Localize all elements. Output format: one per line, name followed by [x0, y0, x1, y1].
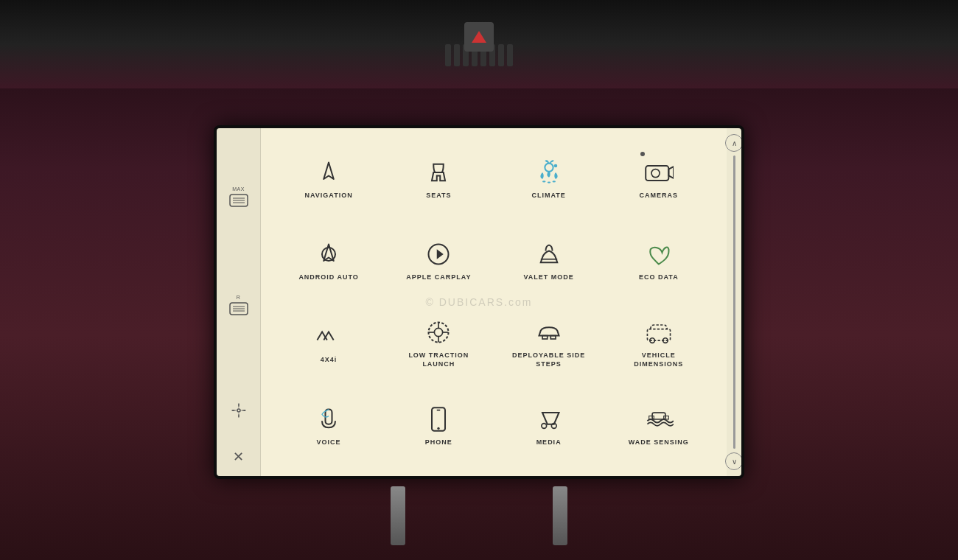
- seats-icon: [425, 158, 452, 187]
- wade-sensing-icon: [644, 405, 674, 434]
- fan-icon: [228, 403, 249, 418]
- menu-item-navigation[interactable]: NAVIGATION: [276, 139, 382, 218]
- navigation-icon: [315, 158, 342, 187]
- menu-item-low-traction[interactable]: LOW TRACTION LAUNCH: [385, 304, 492, 383]
- menu-item-voice[interactable]: VOICE: [276, 386, 382, 465]
- svg-rect-30: [550, 336, 556, 340]
- phone-icon: [428, 405, 449, 434]
- svg-point-14: [553, 164, 557, 167]
- svg-point-13: [552, 181, 556, 182]
- menu-item-wade-sensing[interactable]: WADE SENSING: [606, 386, 712, 465]
- cameras-icon: [644, 158, 674, 187]
- menu-item-cameras[interactable]: CAMERAS: [606, 139, 712, 218]
- svg-rect-15: [646, 166, 668, 181]
- top-vent-area: [0, 0, 958, 88]
- apple-carplay-label: APPLE CARPLAY: [406, 273, 471, 282]
- main-menu-grid: NAVIGATION SEATS: [261, 128, 727, 476]
- climate-label: CLIMATE: [531, 192, 565, 200]
- svg-point-37: [542, 423, 547, 428]
- hazard-icon: [472, 31, 486, 43]
- apple-carplay-icon: [425, 239, 452, 269]
- infotainment-screen: MAX R: [217, 128, 741, 476]
- cameras-label: CAMERAS: [640, 192, 679, 200]
- vehicle-dimensions-label: VEHICLE DIMENSIONS: [634, 351, 683, 368]
- scroll-track: [733, 155, 735, 449]
- svg-point-10: [545, 163, 553, 171]
- media-icon: [536, 405, 562, 434]
- media-label: MEDIA: [536, 438, 562, 447]
- sidebar-item-max-heat[interactable]: MAX: [228, 186, 249, 208]
- svg-point-17: [651, 169, 660, 177]
- bottom-mounts: [391, 486, 567, 545]
- close-button[interactable]: ✕: [233, 449, 244, 465]
- svg-point-11: [542, 181, 546, 182]
- scrollbar: ∧ ∨: [727, 128, 741, 476]
- eco-data-icon: [646, 239, 672, 269]
- android-auto-label: ANDROID AUTO: [298, 273, 359, 282]
- 4x4i-label: 4X4i: [321, 356, 338, 365]
- svg-point-12: [547, 181, 550, 183]
- low-traction-label: LOW TRACTION LAUNCH: [408, 351, 469, 368]
- svg-rect-29: [542, 336, 548, 340]
- voice-icon: [315, 405, 342, 434]
- valet-mode-label: VALET MODE: [523, 273, 573, 282]
- deployable-steps-label: DEPLOYABLE SIDE STEPS: [512, 351, 585, 368]
- menu-item-4x4i[interactable]: 4X4i: [276, 304, 382, 383]
- svg-point-19: [322, 248, 335, 261]
- svg-marker-9: [324, 162, 334, 179]
- car-interior: MAX R: [0, 0, 958, 560]
- wade-sensing-label: WADE SENSING: [629, 438, 689, 447]
- vehicle-dimensions-icon: [644, 318, 674, 347]
- sidebar-item-fan[interactable]: [228, 403, 249, 418]
- cameras-dot-indicator: [640, 152, 645, 156]
- screen-wrapper: MAX R: [214, 125, 744, 494]
- vent-slot: [454, 44, 460, 66]
- valet-mode-icon: [536, 239, 562, 269]
- menu-item-climate[interactable]: CLIMATE: [496, 139, 602, 218]
- menu-item-apple-carplay[interactable]: APPLE CARPLAY: [385, 222, 492, 301]
- hazard-button[interactable]: [464, 22, 494, 52]
- 4x4i-icon: [314, 322, 343, 351]
- voice-label: VOICE: [317, 438, 341, 447]
- scroll-down-button[interactable]: ∨: [725, 452, 741, 470]
- deployable-steps-icon: [536, 318, 562, 347]
- menu-item-phone[interactable]: PHONE: [385, 386, 492, 465]
- menu-item-seats[interactable]: SEATS: [385, 139, 492, 218]
- rear-label: R: [237, 295, 241, 300]
- rear-heat-icon: [228, 301, 249, 316]
- menu-item-android-auto[interactable]: ANDROID AUTO: [276, 222, 382, 301]
- navigation-label: NAVIGATION: [305, 192, 353, 200]
- menu-item-media[interactable]: MEDIA: [496, 386, 602, 465]
- scroll-up-button[interactable]: ∧: [725, 134, 741, 152]
- max-label: MAX: [232, 186, 245, 192]
- vent-slot: [507, 44, 513, 66]
- svg-point-24: [435, 329, 443, 337]
- vent-slot: [498, 44, 504, 66]
- screen-bezel: MAX R: [214, 125, 744, 479]
- android-auto-icon: [315, 239, 342, 269]
- svg-point-36: [438, 427, 440, 429]
- seats-label: SEATS: [426, 192, 451, 200]
- heat-icon: [228, 193, 249, 208]
- svg-marker-18: [324, 245, 334, 262]
- vent-slot: [445, 44, 451, 66]
- climate-icon: [536, 158, 562, 187]
- menu-item-vehicle-dimensions[interactable]: VEHICLE DIMENSIONS: [606, 304, 712, 383]
- low-traction-icon: [425, 318, 452, 347]
- menu-item-valet-mode[interactable]: VALET MODE: [496, 222, 602, 301]
- sidebar: MAX R: [217, 128, 261, 476]
- menu-item-deployable-steps[interactable]: DEPLOYABLE SIDE STEPS: [496, 304, 602, 383]
- menu-item-eco-data[interactable]: ECO DATA: [606, 222, 712, 301]
- svg-point-8: [237, 409, 240, 412]
- mount-left: [391, 486, 405, 545]
- svg-marker-16: [668, 167, 674, 178]
- svg-marker-21: [437, 250, 444, 260]
- eco-data-label: ECO DATA: [639, 273, 679, 282]
- mount-right: [553, 486, 567, 545]
- sidebar-item-rear-heat[interactable]: R: [228, 295, 249, 316]
- phone-label: PHONE: [425, 438, 452, 447]
